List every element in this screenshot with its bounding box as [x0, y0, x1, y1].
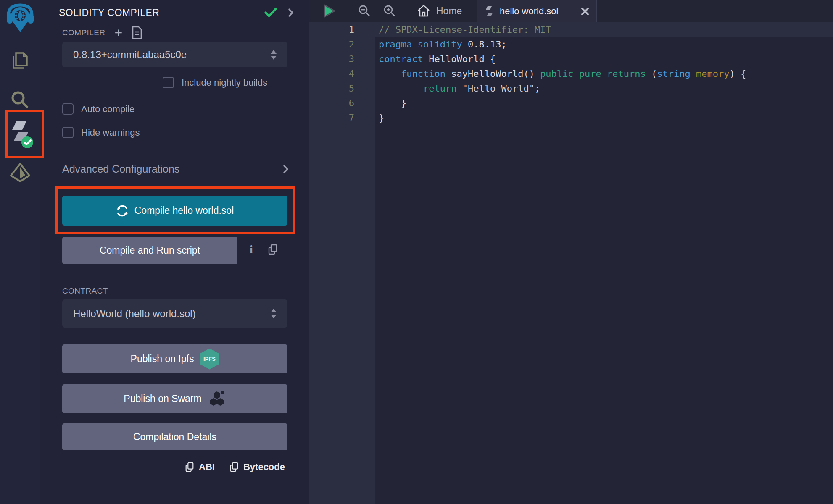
compiler-version-select[interactable]: 0.8.13+commit.abaa5c0e — [62, 42, 287, 67]
code-line: 4 function sayHelloWorld() public pure r… — [309, 66, 833, 81]
close-tab-icon[interactable] — [580, 7, 590, 16]
contract-select[interactable]: HelloWorld (hello world.sol) — [62, 299, 287, 328]
compile-and-run-label: Compile and Run script — [100, 245, 200, 256]
copy-bytecode-button[interactable]: Bytecode — [229, 461, 285, 473]
advanced-configurations-toggle[interactable]: Advanced Configurations — [62, 163, 289, 175]
compile-and-run-button[interactable]: Compile and Run script — [62, 237, 237, 264]
line-number: 6 — [309, 98, 375, 108]
compile-button-label: Compile hello world.sol — [134, 205, 234, 216]
deploy-run-icon[interactable] — [0, 163, 40, 187]
code-line: 1 // SPDX-License-Identifier: MIT — [309, 22, 833, 37]
line-number: 4 — [309, 68, 375, 79]
panel-expand-chevron-icon[interactable] — [288, 8, 294, 18]
contract-section-label: CONTRACT — [62, 286, 108, 296]
editor-area: Home hello world.sol 1 // SPDX-License-I… — [309, 0, 833, 504]
editor-tabbar: Home hello world.sol — [309, 0, 833, 22]
contract-select-value: HelloWorld (hello world.sol) — [73, 308, 196, 320]
panel-title: SOLIDITY COMPILER — [59, 7, 264, 18]
compile-success-check-icon — [264, 8, 277, 18]
copy-run-script-icon[interactable] — [267, 244, 278, 255]
add-compiler-icon[interactable]: + — [114, 27, 122, 38]
include-nightly-label: Include nightly builds — [182, 77, 267, 88]
line-number: 1 — [309, 24, 375, 35]
solidity-compiler-panel: SOLIDITY COMPILER COMPILER + 0.8.13+comm… — [40, 0, 309, 504]
code-line: 2 pragma solidity 0.8.13; — [309, 37, 833, 52]
swarm-icon — [208, 390, 226, 408]
auto-compile-checkbox[interactable] — [62, 103, 74, 115]
advanced-configurations-label: Advanced Configurations — [62, 163, 283, 175]
copy-abi-button[interactable]: ABI — [185, 461, 215, 473]
compile-button[interactable]: Compile hello world.sol — [62, 196, 287, 226]
tab-home[interactable]: Home — [413, 0, 466, 22]
remix-ide-app: SOLIDITY COMPILER COMPILER + 0.8.13+comm… — [0, 0, 833, 504]
code-line: 7 } — [309, 110, 833, 125]
zoom-out-icon[interactable] — [358, 5, 371, 17]
compilation-details-button[interactable]: Compilation Details — [62, 423, 287, 450]
line-number: 3 — [309, 54, 375, 64]
compiler-version-value: 0.8.13+commit.abaa5c0e — [73, 49, 187, 60]
solidity-file-icon — [484, 5, 494, 18]
tab-file-label: hello world.sol — [500, 6, 558, 17]
home-icon — [417, 4, 430, 18]
code-line: 6 } — [309, 96, 833, 110]
code-line: 3 contract HelloWorld { — [309, 52, 833, 66]
refresh-icon — [116, 205, 129, 217]
publish-on-swarm-button[interactable]: Publish on Swarm — [62, 384, 287, 413]
publish-swarm-label: Publish on Swarm — [124, 393, 201, 404]
select-spinner-icon — [271, 309, 277, 318]
compiler-section-label: COMPILER — [62, 28, 105, 37]
line-number: 2 — [309, 39, 375, 50]
run-script-play-button[interactable] — [323, 4, 336, 18]
code-editor[interactable]: 1 // SPDX-License-Identifier: MIT 2 prag… — [309, 22, 833, 504]
publish-ipfs-label: Publish on Ipfs — [131, 353, 194, 365]
line-number: 7 — [309, 113, 375, 123]
publish-on-ipfs-button[interactable]: Publish on Ipfs IPFS — [62, 344, 287, 373]
advanced-chevron-icon — [283, 164, 289, 174]
remix-logo-icon[interactable] — [0, 3, 40, 34]
tab-home-label: Home — [436, 5, 462, 17]
copy-icon — [229, 461, 239, 473]
solidity-compiler-icon[interactable] — [0, 119, 40, 149]
tab-hello-world-sol[interactable]: hello world.sol — [477, 0, 597, 22]
copy-icon — [185, 461, 195, 473]
code-line: 5 return "Hello World"; — [309, 81, 833, 96]
file-explorer-icon[interactable] — [0, 49, 40, 72]
activity-bar — [0, 0, 40, 504]
zoom-in-icon[interactable] — [383, 5, 396, 17]
abi-label: ABI — [199, 462, 215, 472]
hide-warnings-label: Hide warnings — [81, 127, 140, 138]
auto-compile-label: Auto compile — [81, 104, 134, 115]
bytecode-label: Bytecode — [243, 462, 285, 472]
info-icon[interactable]: i — [250, 243, 253, 256]
include-nightly-checkbox[interactable] — [163, 77, 174, 88]
line-number: 5 — [309, 83, 375, 94]
hide-warnings-checkbox[interactable] — [62, 127, 74, 138]
select-spinner-icon — [271, 50, 277, 60]
copy-row: ABI Bytecode — [177, 461, 285, 473]
compilation-details-label: Compilation Details — [133, 431, 216, 443]
compiler-doc-icon[interactable] — [132, 26, 142, 39]
ipfs-icon: IPFS — [200, 349, 219, 370]
search-icon[interactable] — [0, 89, 40, 111]
